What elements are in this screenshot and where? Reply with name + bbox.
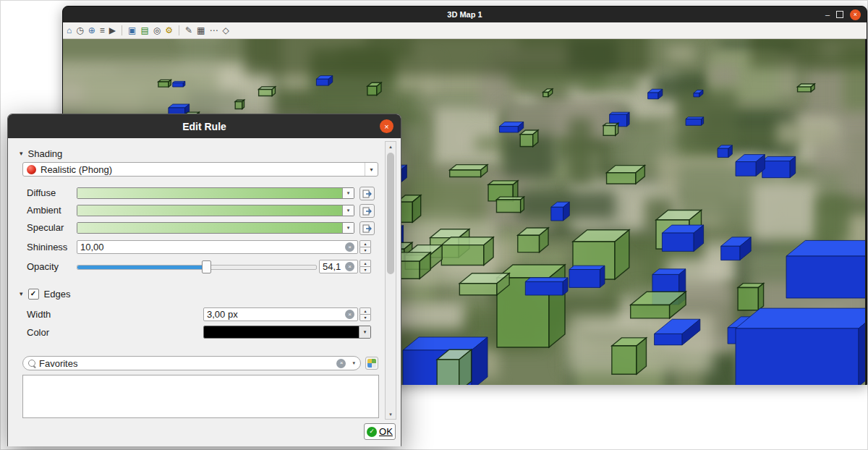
edit-rule-dialog: Edit Rule × ▾ Shading Realistic (Phong) … — [7, 114, 401, 446]
clear-icon[interactable]: × — [336, 359, 346, 368]
play-icon[interactable]: ▶ — [109, 25, 116, 35]
chevron-down-icon[interactable]: ▾ — [349, 360, 355, 366]
edges-section-header[interactable]: ▾ ✓ Edges — [20, 287, 70, 300]
target-icon[interactable]: ◎ — [153, 25, 161, 35]
ramp-dropdown-button[interactable]: ▾ — [342, 205, 354, 216]
map-window-title: 3D Map 1 — [447, 10, 482, 19]
shading-section-header[interactable]: ▾ Shading — [20, 147, 62, 160]
shading-type-value: Realistic (Phong) — [41, 164, 365, 175]
dialog-title: Edit Rule — [182, 121, 226, 132]
edit-rule-body: ▾ Shading Realistic (Phong) ▾ Diffuse ▾ … — [8, 138, 401, 446]
edge-width-input[interactable]: 3,00 px × — [203, 307, 358, 321]
clear-icon[interactable]: × — [345, 310, 354, 319]
spin-down-icon[interactable]: ▾ — [359, 314, 371, 321]
color-dropdown-button[interactable]: ▾ — [359, 326, 370, 338]
opacity-slider-fill — [77, 266, 206, 269]
shininess-value: 10,00 — [80, 242, 345, 252]
edge-color-swatch — [204, 326, 359, 338]
symbols-list[interactable] — [22, 375, 379, 418]
edit-pencil-icon[interactable]: ✎ — [185, 25, 192, 35]
spin-up-icon[interactable]: ▴ — [359, 307, 371, 314]
ambient-color-ramp[interactable]: ▾ — [77, 205, 354, 216]
data-defined-override-icon — [362, 206, 373, 216]
diffuse-data-defined-button[interactable] — [359, 187, 375, 200]
color-ramp-gradient — [77, 188, 342, 198]
check-icon: ✓ — [30, 290, 36, 297]
edge-color-button[interactable]: ▾ — [203, 326, 371, 339]
minimize-icon[interactable]: – — [825, 11, 830, 18]
color-ramp-gradient — [77, 223, 342, 233]
ambient-data-defined-button[interactable] — [359, 204, 375, 218]
style-manager-button[interactable] — [365, 357, 378, 370]
shininess-spinner[interactable]: ▴ ▾ — [359, 240, 371, 254]
grid-icon[interactable]: ▦ — [197, 25, 205, 35]
edges-checkbox[interactable]: ✓ — [28, 289, 39, 300]
shininess-label: Shininess — [27, 241, 67, 253]
scrollbar-thumb[interactable] — [387, 153, 394, 274]
opacity-value: 54,1 — [323, 261, 345, 272]
scroll-down-icon[interactable]: ▾ — [386, 409, 396, 419]
diffuse-color-ramp[interactable]: ▾ — [77, 187, 354, 199]
edge-width-value: 3,00 px — [207, 309, 345, 320]
opacity-label: Opacity — [27, 260, 59, 273]
map-window-titlebar[interactable]: 3D Map 1 – × — [63, 7, 867, 22]
ambient-label: Ambient — [27, 204, 61, 216]
edge-width-spinner[interactable]: ▴ ▾ — [359, 307, 371, 321]
color-ramp-gradient — [77, 205, 342, 216]
clear-icon[interactable]: × — [345, 262, 354, 271]
search-icon — [28, 360, 35, 367]
close-icon[interactable]: × — [850, 9, 861, 20]
opacity-slider-handle[interactable] — [202, 260, 211, 273]
more-options-icon[interactable]: ⋯ — [209, 25, 218, 35]
edge-width-label: Width — [27, 308, 51, 320]
toolbar-separator — [122, 25, 122, 35]
specular-data-defined-button[interactable] — [359, 221, 375, 235]
opacity-spinner[interactable]: ▴ ▾ — [359, 260, 371, 273]
data-defined-override-icon — [362, 189, 373, 199]
dialog-titlebar[interactable]: Edit Rule × — [8, 114, 401, 138]
chevron-down-icon: ▾ — [347, 190, 350, 196]
toolbar-separator — [179, 25, 179, 35]
spin-up-icon[interactable]: ▴ — [359, 240, 371, 247]
diffuse-label: Diffuse — [27, 187, 56, 199]
close-button[interactable]: × — [380, 119, 393, 133]
data-defined-override-icon — [362, 224, 373, 234]
diamond-icon[interactable]: ◇ — [222, 25, 229, 35]
window-controls: – × — [825, 7, 861, 22]
dialog-scrollbar[interactable]: ▴ ▾ — [385, 141, 396, 420]
layers-icon[interactable]: ▤ — [140, 25, 148, 35]
maximize-icon[interactable] — [836, 11, 843, 18]
chevron-down-icon: ▾ — [347, 225, 350, 231]
ok-label: OK — [379, 426, 393, 437]
collapse-arrow-icon: ▾ — [20, 290, 23, 297]
spin-up-icon[interactable]: ▴ — [359, 260, 371, 266]
opacity-input[interactable]: 54,1 × — [319, 260, 358, 273]
scroll-up-icon[interactable]: ▴ — [386, 142, 396, 151]
shading-section-label: Shading — [28, 148, 63, 159]
measure-line-icon[interactable]: ≡ — [100, 25, 105, 35]
close-icon: × — [384, 122, 388, 131]
ramp-dropdown-button[interactable]: ▾ — [342, 188, 354, 198]
shininess-input[interactable]: 10,00 × — [77, 240, 358, 254]
opacity-slider[interactable] — [77, 260, 317, 273]
home-icon[interactable]: ⌂ — [67, 25, 72, 35]
specular-color-ramp[interactable]: ▾ — [77, 222, 354, 234]
ok-button[interactable]: ✓ OK — [364, 423, 396, 440]
shading-type-select[interactable]: Realistic (Phong) ▾ — [22, 162, 378, 177]
zoom-in-icon[interactable]: ⊕ — [88, 25, 95, 35]
save-icon[interactable]: ▣ — [128, 25, 136, 35]
style-manager-icon — [367, 359, 376, 368]
specular-label: Specular — [27, 221, 64, 234]
clear-icon[interactable]: × — [345, 242, 354, 252]
ramp-dropdown-button[interactable]: ▾ — [342, 223, 354, 233]
spin-down-icon[interactable]: ▾ — [359, 247, 371, 254]
chevron-down-icon: ▾ — [364, 329, 367, 335]
ok-check-icon: ✓ — [367, 427, 377, 437]
chevron-down-icon: ▾ — [365, 163, 378, 176]
favorites-search-field[interactable]: Favorites × ▾ — [22, 356, 361, 370]
animation-clock-icon[interactable]: ◷ — [76, 25, 83, 35]
spin-down-icon[interactable]: ▾ — [359, 266, 371, 273]
slider-track — [77, 265, 317, 270]
favorites-search-value: Favorites — [39, 358, 77, 369]
settings-gear-icon[interactable]: ⚙ — [165, 25, 173, 35]
